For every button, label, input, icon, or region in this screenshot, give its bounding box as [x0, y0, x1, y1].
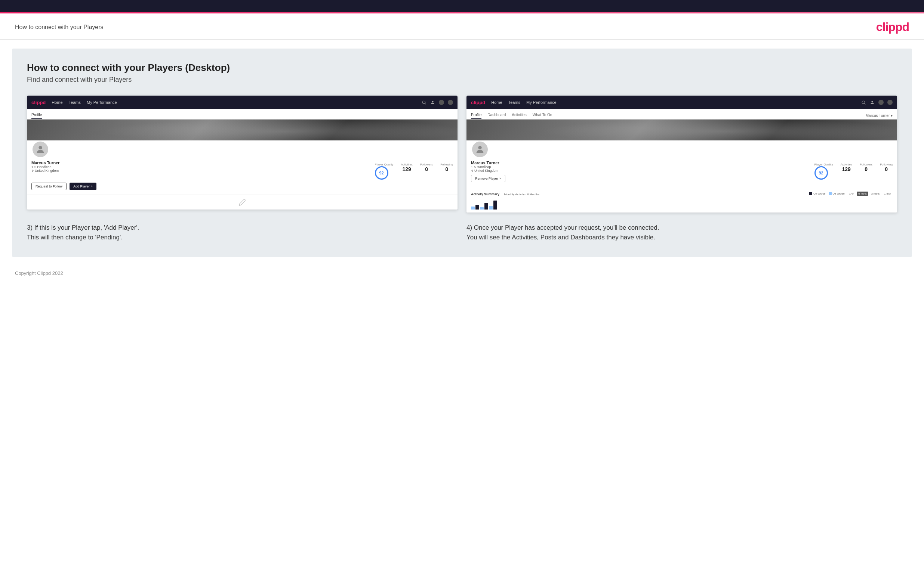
- add-player-button[interactable]: Add Player +: [69, 183, 97, 190]
- right-player-location: United Kingdom: [471, 169, 506, 172]
- right-following-value: 0: [880, 166, 893, 172]
- top-bar: [0, 0, 924, 12]
- right-quality-circle: 92: [814, 166, 828, 180]
- svg-line-1: [425, 103, 426, 104]
- right-following-label: Following: [880, 163, 893, 166]
- left-player-info: Marcus Turner 1-5 Handicap United Kingdo…: [31, 160, 453, 180]
- left-followers-label: Followers: [420, 163, 433, 166]
- chart-bar-6: [493, 201, 497, 210]
- chart-bar-5: [489, 206, 493, 210]
- right-legend-off-course: Off course: [829, 192, 845, 195]
- chart-bar-3: [480, 207, 484, 210]
- caption-left-col: 3) If this is your Player tap, 'Add Play…: [27, 223, 457, 242]
- right-player-info: Marcus Turner 1-5 Handicap United Kingdo…: [471, 160, 893, 182]
- right-nav-icon-2: [887, 100, 893, 105]
- left-stat-followers: Followers 0: [420, 163, 433, 180]
- left-nav-home: Home: [52, 100, 62, 105]
- chart-bar-4: [485, 203, 488, 210]
- right-filter-1mth[interactable]: 1 mth: [882, 192, 893, 196]
- right-avatar-icon: [475, 144, 485, 155]
- right-activity-title-group: Activity Summary Monthly Activity · 6 Mo…: [471, 190, 540, 197]
- left-following-label: Following: [440, 163, 453, 166]
- right-stat-activities: Activities 129: [840, 163, 852, 180]
- right-stat-quality: Player Quality 92: [814, 163, 833, 180]
- right-mock-tabs: Profile Dashboard Activities What To On …: [467, 109, 897, 119]
- right-user-icon: [870, 100, 875, 105]
- left-nav-teams: Teams: [69, 100, 81, 105]
- svg-point-0: [422, 101, 425, 104]
- left-nav-icon-1: [439, 100, 444, 105]
- left-followers-value: 0: [420, 166, 433, 172]
- svg-line-5: [864, 103, 865, 104]
- caption-right-col: 4) Once your Player has accepted your re…: [467, 223, 897, 242]
- svg-point-4: [862, 101, 865, 104]
- left-player-name: Marcus Turner: [31, 161, 60, 165]
- left-avatar: [31, 140, 49, 158]
- left-player-stats: Player Quality 92 Activities 129 Followe…: [66, 160, 453, 180]
- caption-right-text: 4) Once your Player has accepted your re…: [467, 223, 897, 242]
- left-tab-profile: Profile: [31, 113, 42, 119]
- copyright-text: Copyright Clippd 2022: [15, 271, 63, 276]
- left-player-details: Marcus Turner 1-5 Handicap United Kingdo…: [31, 160, 60, 172]
- right-legend-off-course-dot: [829, 192, 832, 195]
- left-mock-tabs: Profile: [27, 109, 457, 119]
- left-location-icon: [31, 169, 34, 172]
- left-nav-logo: clippd: [31, 100, 45, 105]
- right-profile-section: Marcus Turner 1-5 Handicap United Kingdo…: [467, 140, 897, 187]
- right-player-handicap: 1-5 Handicap: [471, 165, 506, 169]
- left-pencil-area: [27, 195, 457, 210]
- main-content: How to connect with your Players (Deskto…: [12, 48, 912, 257]
- right-filter-3mths[interactable]: 3 mths: [870, 192, 881, 196]
- right-followers-value: 0: [860, 166, 872, 172]
- right-activity-legend: On course Off course: [809, 192, 844, 195]
- right-activities-value: 129: [840, 166, 852, 172]
- left-mock-nav: clippd Home Teams My Performance: [27, 96, 457, 109]
- remove-player-button[interactable]: Remove Player ×: [471, 175, 506, 182]
- svg-point-3: [39, 146, 42, 149]
- pencil-icon: [239, 199, 246, 206]
- header: How to connect with your Players clippd: [0, 13, 924, 40]
- right-activity-section: Activity Summary Monthly Activity · 6 Mo…: [467, 187, 897, 213]
- right-location-text: United Kingdom: [474, 169, 498, 172]
- right-activity-subtitle: Monthly Activity · 6 Months: [504, 193, 540, 196]
- left-player-location: United Kingdom: [31, 169, 60, 172]
- right-tab-profile: Profile: [471, 113, 481, 119]
- right-stat-followers: Followers 0: [860, 163, 872, 180]
- right-player-stats: Player Quality 92 Activities 129 Followe…: [511, 160, 893, 180]
- left-quality-circle: 92: [375, 166, 388, 180]
- caption-left-text: 3) If this is your Player tap, 'Add Play…: [27, 223, 457, 242]
- screenshot-right-frame: clippd Home Teams My Performance Profile…: [467, 96, 897, 213]
- screenshot-right-col: clippd Home Teams My Performance Profile…: [467, 96, 897, 213]
- right-filter-6mths[interactable]: 6 mths: [857, 192, 868, 196]
- right-quality-label: Player Quality: [814, 163, 833, 166]
- screenshots-row: clippd Home Teams My Performance Profile: [27, 96, 897, 213]
- right-nav-home: Home: [491, 100, 502, 105]
- right-nav-teams: Teams: [508, 100, 520, 105]
- left-quality-label: Player Quality: [375, 163, 394, 166]
- screenshot-left-frame: clippd Home Teams My Performance Profile: [27, 96, 457, 210]
- right-location-icon: [471, 169, 473, 172]
- right-filter-1yr[interactable]: 1 yr: [848, 192, 856, 196]
- right-legend-on-course-dot: [809, 192, 812, 195]
- page-subheading: Find and connect with your Players: [27, 76, 897, 84]
- right-nav-logo: clippd: [471, 100, 485, 105]
- request-follow-button[interactable]: Request to Follow: [31, 183, 66, 190]
- right-tab-what-to-on: What To On: [533, 113, 552, 119]
- right-tab-player-name: Marcus Turner ▾: [866, 114, 893, 119]
- svg-point-2: [432, 101, 433, 102]
- left-stat-following: Following 0: [440, 163, 453, 180]
- svg-point-7: [478, 146, 481, 149]
- right-followers-label: Followers: [860, 163, 872, 166]
- right-remove-button-wrapper: Remove Player ×: [471, 175, 506, 182]
- right-legend-on-course: On course: [809, 192, 825, 195]
- footer: Copyright Clippd 2022: [0, 266, 924, 280]
- svg-point-6: [871, 101, 873, 102]
- captions-row: 3) If this is your Player tap, 'Add Play…: [27, 223, 897, 242]
- left-profile-section: Marcus Turner 1-5 Handicap United Kingdo…: [27, 140, 457, 195]
- left-stat-activities: Activities 129: [401, 163, 413, 180]
- left-player-handicap: 1-5 Handicap: [31, 165, 60, 169]
- left-search-icon: [422, 100, 426, 105]
- left-nav-performance: My Performance: [87, 100, 117, 105]
- breadcrumb: How to connect with your Players: [15, 24, 103, 31]
- right-nav-icon-1: [879, 100, 884, 105]
